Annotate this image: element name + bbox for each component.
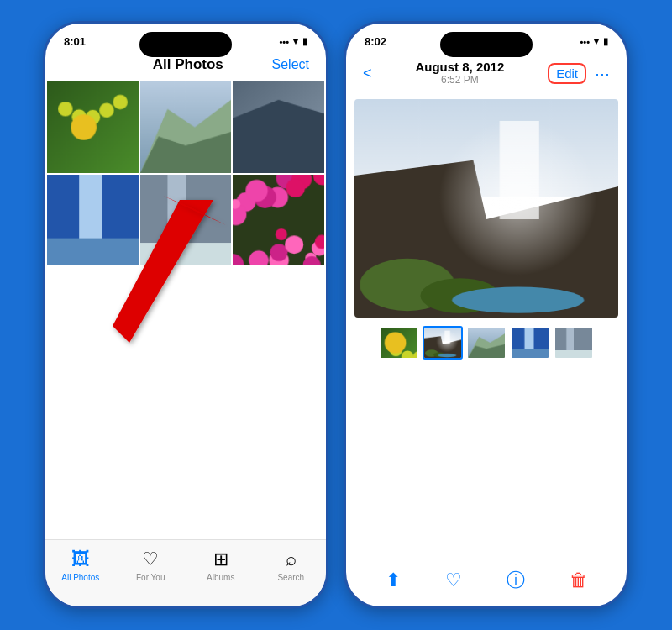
tab-for-you[interactable]: ♡ For You <box>125 549 176 582</box>
thumb-4[interactable] <box>510 326 550 360</box>
back-button[interactable]: < <box>363 65 372 82</box>
time-left: 8:01 <box>64 35 86 48</box>
signal-dots-icon: ••• <box>279 37 289 47</box>
nav-header-right: < August 8, 2012 6:52 PM Edit ⋯ <box>346 51 627 99</box>
status-icons-left: ••• ▾ ▮ <box>279 36 307 47</box>
photo-cell-6[interactable] <box>233 175 324 266</box>
tab-search-label: Search <box>277 573 304 582</box>
thumb-3[interactable] <box>466 326 507 360</box>
nav-actions-right: Edit ⋯ <box>548 63 610 84</box>
for-you-icon: ♡ <box>142 549 159 570</box>
status-icons-right: ••• ▾ ▮ <box>580 36 608 47</box>
photo-time: 6:52 PM <box>415 74 504 86</box>
tab-search[interactable]: ⌕ Search <box>265 549 316 582</box>
tab-for-you-label: For You <box>136 573 165 582</box>
search-icon: ⌕ <box>286 549 297 570</box>
thumbnail-strip <box>346 318 627 365</box>
wifi-icon: ▾ <box>293 36 298 47</box>
battery-right-icon: ▮ <box>603 36 608 47</box>
tab-all-photos-label: All Photos <box>61 573 99 582</box>
thumb-5[interactable] <box>554 326 594 360</box>
thumb-1[interactable] <box>379 326 419 360</box>
all-photos-icon: 🖼 <box>71 549 90 570</box>
dynamic-island-right <box>440 32 533 57</box>
right-phone: 8:02 ••• ▾ ▮ < August 8, 2012 6:52 PM Ed… <box>344 21 629 609</box>
tab-bar-left: 🖼 All Photos ♡ For You ⊞ Albums ⌕ Search <box>45 539 326 606</box>
select-button[interactable]: Select <box>272 57 309 72</box>
edit-button[interactable]: Edit <box>548 63 586 84</box>
thumb-2[interactable] <box>423 326 463 360</box>
share-button[interactable]: ⬆ <box>386 570 401 591</box>
photo-cell-2[interactable] <box>140 81 232 173</box>
photo-cell-4[interactable] <box>47 175 139 266</box>
photo-cell-3[interactable] <box>233 81 324 173</box>
delete-button[interactable]: 🗑 <box>570 570 588 591</box>
tab-albums-label: Albums <box>207 573 234 582</box>
tab-albums[interactable]: ⊞ Albums <box>196 549 246 582</box>
photo-date-header: August 8, 2012 6:52 PM <box>415 56 504 91</box>
signal-dots-right-icon: ••• <box>580 37 590 47</box>
main-photo[interactable] <box>354 99 618 318</box>
tab-all-photos[interactable]: 🖼 All Photos <box>55 549 106 582</box>
more-button[interactable]: ⋯ <box>595 65 610 83</box>
info-button[interactable]: ⓘ <box>507 568 525 593</box>
bottom-actions: ⬆ ♡ ⓘ 🗑 <box>346 568 627 593</box>
photo-cell-5[interactable] <box>140 175 232 266</box>
wifi-right-icon: ▾ <box>594 36 599 47</box>
page-title: All Photos <box>153 56 223 73</box>
time-right: 8:02 <box>365 35 386 48</box>
dynamic-island-left <box>139 32 232 57</box>
photo-grid <box>45 81 326 265</box>
photo-cell-1[interactable] <box>47 81 139 173</box>
heart-button[interactable]: ♡ <box>445 570 462 591</box>
battery-icon: ▮ <box>302 36 307 47</box>
albums-icon: ⊞ <box>213 549 228 570</box>
photo-date: August 8, 2012 <box>415 60 504 74</box>
left-phone: 8:01 ••• ▾ ▮ All Photos Select <box>43 21 328 609</box>
